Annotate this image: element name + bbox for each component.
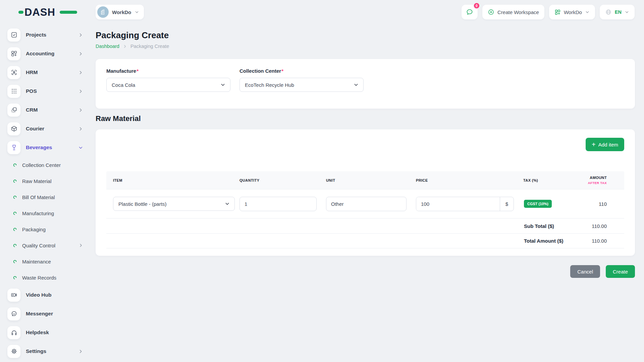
chevron-right-icon bbox=[78, 70, 83, 75]
globe-icon bbox=[605, 9, 612, 15]
sidebar-subitem-manufacturing[interactable]: Manufacturing bbox=[7, 205, 83, 221]
chevron-right-icon bbox=[78, 243, 83, 248]
app-menu-label: WorkDo bbox=[564, 9, 582, 15]
sidebar-subitem-collection-center[interactable]: Collection Center bbox=[7, 157, 83, 173]
headset-icon bbox=[7, 326, 20, 339]
sidebar-subitem-packaging[interactable]: Packaging bbox=[7, 221, 83, 237]
collection-center-select[interactable]: EcoTech Recycle Hub bbox=[239, 78, 364, 92]
raw-material-heading: Raw Material bbox=[96, 114, 635, 123]
dots-grid-icon bbox=[7, 85, 20, 98]
cancel-button[interactable]: Cancel bbox=[570, 265, 600, 278]
sidebar-item-beverages[interactable]: Beverages bbox=[7, 138, 83, 157]
tax-badge: CGST (10%) bbox=[524, 200, 552, 208]
package-icon bbox=[7, 122, 20, 135]
manufacture-label: Manufacture* bbox=[106, 68, 230, 74]
chevron-right-icon bbox=[78, 126, 83, 131]
language-label: EN bbox=[615, 9, 622, 15]
packaging-form-card: Manufacture* Coca Cola Collection Center… bbox=[96, 59, 635, 109]
sidebar-item-video-hub[interactable]: Video Hub bbox=[7, 286, 83, 304]
col-header-amount: AMOUNT AFTER TAX bbox=[572, 176, 624, 185]
user-scan-icon bbox=[7, 66, 20, 79]
sidebar-subitem-waste-records[interactable]: Waste Records bbox=[7, 269, 83, 286]
grid-plus-icon bbox=[7, 47, 20, 60]
item-select[interactable]: Plastic Bottle - (parts) bbox=[113, 197, 235, 211]
bullet-icon bbox=[13, 163, 17, 167]
col-header-item: ITEM bbox=[106, 178, 235, 182]
wine-glass-icon bbox=[7, 141, 20, 154]
building-icon bbox=[100, 9, 106, 15]
main-content: Packaging Create Dashboard Packaging Cre… bbox=[96, 26, 635, 278]
bullet-icon bbox=[13, 195, 17, 199]
raw-material-table: ITEM QUANTITY UNIT PRICE TAX (%) AMOUNT … bbox=[106, 171, 624, 248]
price-input[interactable] bbox=[416, 197, 500, 211]
amount-value: 110 bbox=[572, 201, 624, 207]
sidebar-item-messenger[interactable]: Messenger bbox=[7, 304, 83, 323]
collection-center-field-group: Collection Center* EcoTech Recycle Hub bbox=[239, 68, 364, 92]
sidebar-subitem-raw-material[interactable]: Raw Material bbox=[7, 173, 83, 189]
sidebar-subitem-maintenance[interactable]: Maintenance bbox=[7, 253, 83, 269]
sidebar-item-helpdesk[interactable]: Helpdesk bbox=[7, 323, 83, 342]
sidebar-item-accounting[interactable]: Accounting bbox=[7, 44, 83, 63]
chat-bubble-icon bbox=[7, 307, 20, 320]
chevron-down-icon bbox=[225, 201, 230, 206]
plus-icon: + bbox=[592, 141, 596, 148]
chevron-down-icon bbox=[220, 82, 225, 87]
app-logo: DASH bbox=[18, 6, 55, 18]
sidebar-subitem-quality-control[interactable]: Quality Control bbox=[7, 237, 83, 253]
checkbox-icon bbox=[7, 28, 20, 42]
logo-text: DASH bbox=[24, 7, 55, 17]
chevron-down-icon bbox=[78, 145, 83, 150]
app-menu-button[interactable]: WorkDo bbox=[549, 5, 595, 19]
breadcrumb: Dashboard Packaging Create bbox=[96, 44, 635, 49]
gear-icon bbox=[7, 345, 20, 358]
total-amount-value: 110.00 bbox=[572, 238, 624, 244]
quantity-input[interactable] bbox=[239, 197, 317, 211]
sub-total-value: 110.00 bbox=[572, 223, 624, 229]
total-amount-label: Total Amount ($) bbox=[519, 238, 572, 244]
chevron-right-icon bbox=[78, 51, 83, 56]
breadcrumb-separator-icon bbox=[123, 44, 127, 49]
unit-input[interactable] bbox=[326, 197, 407, 211]
logo-accent-dash bbox=[18, 11, 23, 14]
chevron-right-icon bbox=[78, 108, 83, 113]
sidebar-item-settings[interactable]: Settings bbox=[7, 342, 83, 361]
bullet-icon bbox=[13, 228, 17, 231]
manufacture-select[interactable]: Coca Cola bbox=[106, 78, 230, 92]
bullet-icon bbox=[13, 260, 17, 263]
chevron-down-icon bbox=[354, 82, 359, 87]
create-button[interactable]: Create bbox=[606, 265, 635, 278]
bullet-icon bbox=[13, 179, 17, 183]
create-workspace-button[interactable]: Create Workspace bbox=[482, 5, 544, 19]
add-item-button[interactable]: + Add item bbox=[586, 138, 624, 151]
sidebar-item-projects[interactable]: Projects bbox=[7, 25, 83, 44]
topbar: DASH WorkDo 0 Create Workspace bbox=[0, 0, 644, 24]
workspace-switcher[interactable]: WorkDo bbox=[96, 5, 144, 19]
chat-bubble-icon bbox=[466, 8, 474, 16]
sub-total-label: Sub Total ($) bbox=[519, 223, 572, 229]
messages-count-badge: 0 bbox=[473, 2, 480, 9]
col-header-quantity: QUANTITY bbox=[235, 178, 321, 182]
language-button[interactable]: EN bbox=[600, 5, 635, 19]
sidebar-item-pos[interactable]: POS bbox=[7, 82, 83, 101]
workspace-avatar bbox=[97, 6, 109, 18]
sidebar-item-crm[interactable]: CRM bbox=[7, 101, 83, 119]
page-title: Packaging Create bbox=[96, 30, 635, 41]
plus-circle-icon bbox=[488, 9, 494, 15]
breadcrumb-dashboard-link[interactable]: Dashboard bbox=[96, 44, 119, 49]
overlap-squares-icon bbox=[7, 104, 20, 117]
chevron-right-icon bbox=[78, 89, 83, 94]
breadcrumb-current: Packaging Create bbox=[130, 44, 169, 49]
logo-accent-bar bbox=[60, 11, 77, 14]
messages-button[interactable]: 0 bbox=[462, 5, 478, 19]
sidebar-item-hrm[interactable]: HRM bbox=[7, 63, 83, 82]
total-amount-row: Total Amount ($) 110.00 bbox=[106, 233, 624, 248]
sidebar: Projects Accounting HRM bbox=[0, 25, 88, 361]
workspace-label: WorkDo bbox=[112, 9, 131, 15]
sidebar-item-courier[interactable]: Courier bbox=[7, 119, 83, 138]
raw-material-card: + Add item ITEM QUANTITY UNIT PRICE TAX … bbox=[96, 129, 635, 256]
chevron-down-icon bbox=[585, 10, 590, 14]
chevron-down-icon bbox=[625, 10, 629, 14]
table-row: Plastic Bottle - (parts) $ bbox=[106, 189, 624, 218]
manufacture-field-group: Manufacture* Coca Cola bbox=[106, 68, 230, 92]
sidebar-subitem-bill-of-material[interactable]: Bill Of Material bbox=[7, 189, 83, 205]
